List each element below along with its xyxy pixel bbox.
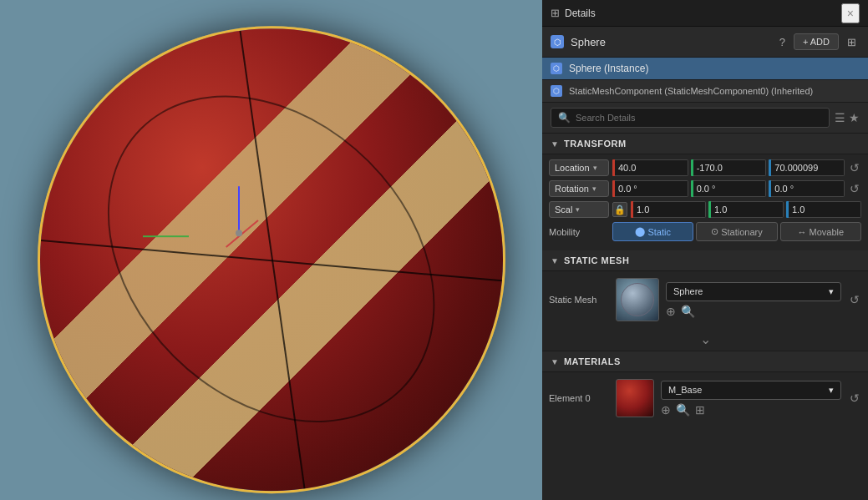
rotation-y-wrap — [691, 180, 767, 197]
actor-icon: ⬡ — [551, 35, 564, 48]
static-mesh-row: Static Mesh Sphere ▾ ⊕ 🔍 ↺ — [549, 278, 861, 321]
location-label-wrap: Location ▾ — [549, 159, 609, 176]
static-mesh-section-header[interactable]: ▼ STATIC MESH — [542, 250, 868, 271]
material-element0-name: M_Base — [668, 385, 702, 395]
location-y-input[interactable] — [693, 159, 767, 176]
settings-button[interactable]: ⊞ — [844, 34, 860, 50]
rotation-z-input[interactable] — [771, 180, 845, 197]
mobility-stationary-button[interactable]: ⊙ Stationary — [696, 222, 777, 241]
scale-label-wrap: Scal ▾ — [549, 201, 609, 218]
sphere-surface — [40, 28, 503, 491]
rotation-dropdown-btn[interactable]: Rotation ▾ — [549, 180, 609, 197]
location-dropdown-arrow-icon: ▾ — [593, 164, 597, 172]
rotation-dropdown-arrow-icon: ▾ — [592, 184, 596, 193]
static-mesh-dropdown[interactable]: Sphere ▾ — [666, 282, 841, 301]
static-mesh-content: Sphere ▾ ⊕ 🔍 — [666, 282, 841, 318]
location-z-input[interactable] — [771, 159, 845, 176]
location-z-wrap — [769, 159, 845, 176]
material-search-button[interactable]: 🔍 — [676, 403, 690, 417]
mobility-movable-button[interactable]: ↔ Movable — [780, 222, 861, 241]
material-element0-dropdown[interactable]: M_Base ▾ — [661, 381, 841, 400]
scale-dropdown-arrow-icon: ▾ — [576, 205, 580, 214]
location-x-wrap — [612, 159, 688, 176]
close-button[interactable]: × — [841, 3, 860, 23]
mobility-static-label: Static — [647, 227, 671, 237]
panel-content: ▼ TRANSFORM Location ▾ — [542, 134, 868, 500]
panel-title: Details — [565, 8, 596, 19]
rotation-row: Rotation ▾ — [549, 180, 861, 197]
search-input[interactable] — [576, 113, 822, 123]
filter-button[interactable]: ☰ — [835, 111, 845, 124]
viewport[interactable] — [0, 0, 542, 500]
mobility-buttons: ⬤ Static ⊙ Stationary ↔ Movable — [612, 222, 861, 241]
material-reset-button[interactable]: ↺ — [848, 390, 861, 407]
instance-label: Sphere (Instance) — [569, 63, 648, 74]
sphere-mesh — [38, 26, 505, 493]
static-mesh-preview-sphere — [621, 283, 654, 316]
location-inputs — [612, 159, 845, 176]
mobility-static-icon: ⬤ — [635, 226, 645, 237]
transform-section-header[interactable]: ▼ TRANSFORM — [542, 134, 868, 154]
transform-arrow-icon: ▼ — [551, 139, 559, 149]
panel-header: ⊞ Details × — [542, 0, 868, 27]
scale-z-input[interactable] — [789, 201, 861, 218]
search-icon: 🔍 — [558, 112, 571, 124]
details-icon: ⊞ — [551, 7, 560, 19]
mobility-row: Mobility ⬤ Static ⊙ Stationary ↔ Movable — [549, 222, 861, 241]
component-label: StaticMeshComponent (StaticMeshComponent… — [569, 86, 813, 96]
collapse-button[interactable]: ⌄ — [542, 328, 868, 351]
static-mesh-reset-button[interactable]: ↺ — [848, 291, 861, 308]
rotation-y-input[interactable] — [693, 180, 767, 197]
add-button[interactable]: + ADD — [794, 33, 839, 50]
actor-name: Sphere — [571, 36, 606, 48]
mobility-label: Mobility — [549, 227, 609, 237]
rotation-x-input[interactable] — [615, 180, 688, 197]
material-element0-content: M_Base ▾ ⊕ 🔍 ⊞ — [661, 381, 841, 417]
static-mesh-section-title: STATIC MESH — [564, 255, 629, 265]
scale-y-input[interactable] — [711, 201, 784, 218]
search-right-icons: ☰ ★ — [835, 111, 860, 124]
actor-header: ⬡ Sphere ? + ADD ⊞ — [542, 27, 868, 58]
scale-x-input[interactable] — [633, 201, 706, 218]
location-row: Location ▾ — [549, 159, 861, 176]
rotation-reset-button[interactable]: ↺ — [848, 180, 861, 197]
mobility-movable-label: Movable — [810, 227, 845, 237]
location-label-text: Location — [555, 163, 590, 173]
static-mesh-search-button[interactable]: 🔍 — [681, 305, 695, 318]
transform-section-body: Location ▾ — [542, 154, 868, 250]
search-bar: 🔍 ☰ ★ — [542, 103, 868, 134]
scale-x-wrap — [631, 201, 706, 218]
material-browse-button[interactable]: ⊕ — [661, 403, 671, 417]
actor-header-left: ⬡ Sphere — [551, 35, 606, 48]
material-edit-button[interactable]: ⊞ — [695, 403, 705, 417]
favorite-button[interactable]: ★ — [849, 111, 860, 124]
static-mesh-browse-button[interactable]: ⊕ — [666, 305, 676, 318]
rotation-inputs — [612, 180, 845, 197]
material-dropdown-arrow-icon: ▾ — [829, 385, 834, 396]
scale-inputs — [631, 201, 861, 218]
scale-row: Scal ▾ 🔒 — [549, 201, 861, 218]
scale-label-text: Scal — [555, 205, 572, 215]
scale-dropdown-btn[interactable]: Scal ▾ — [549, 201, 609, 218]
rotation-z-wrap — [769, 180, 845, 197]
materials-section-header[interactable]: ▼ MATERIALS — [542, 351, 868, 372]
component-row: ⬡ StaticMeshComponent (StaticMeshCompone… — [542, 80, 868, 103]
scale-lock-button[interactable]: 🔒 — [612, 202, 627, 217]
help-button[interactable]: ? — [776, 34, 789, 50]
location-dropdown-btn[interactable]: Location ▾ — [549, 159, 609, 176]
scale-z-wrap — [786, 201, 861, 218]
mobility-static-button[interactable]: ⬤ Static — [612, 222, 693, 241]
location-reset-button[interactable]: ↺ — [848, 159, 861, 176]
search-input-wrap: 🔍 — [551, 108, 830, 128]
scale-y-wrap — [708, 201, 784, 218]
gizmo-arrow-right — [143, 235, 189, 237]
material-element0-label: Element 0 — [549, 393, 609, 403]
static-mesh-dropdown-arrow-icon: ▾ — [829, 286, 834, 297]
mobility-stationary-icon: ⊙ — [711, 226, 718, 237]
static-mesh-arrow-icon: ▼ — [551, 256, 559, 265]
materials-section-title: MATERIALS — [564, 356, 621, 366]
location-x-input[interactable] — [615, 159, 688, 176]
materials-section-body: Element 0 M_Base ▾ ⊕ 🔍 ⊞ ↺ — [542, 372, 868, 424]
static-mesh-name: Sphere — [673, 286, 703, 296]
location-y-wrap — [691, 159, 767, 176]
